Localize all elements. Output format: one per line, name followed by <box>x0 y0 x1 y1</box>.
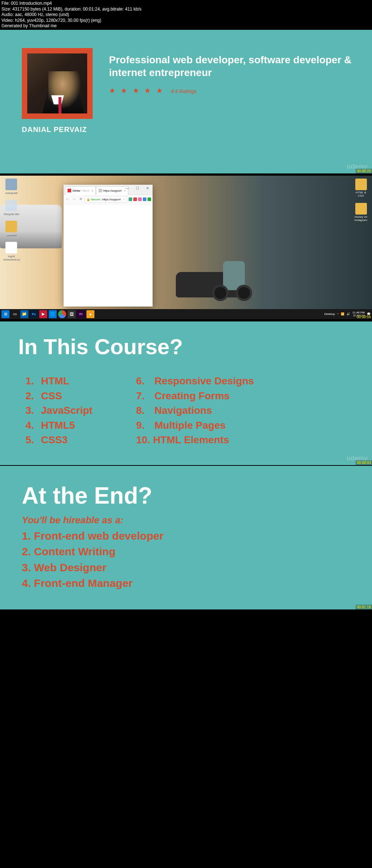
instructor-name: DANIAL PERVAIZ <box>22 125 350 134</box>
list-item: 4. Front-end Manager <box>22 575 350 591</box>
list-item: 3. JavaScript <box>25 403 92 418</box>
browser-toolbar: ← → ✕ 🔒 Secure | https://support ☆ <box>64 195 153 204</box>
taskbar-app[interactable]: ▶ <box>39 310 47 318</box>
reload-button[interactable]: ✕ <box>78 197 83 202</box>
browser-tab-1[interactable]: Stellar TML5 × <box>65 186 96 195</box>
rating-text: 4.9 Ratings <box>171 88 197 94</box>
video-metadata: File: 001 Introduction.mp4 Size: 4317150… <box>0 0 372 30</box>
favicon-icon <box>98 189 102 192</box>
volume-icon[interactable]: 🔊 <box>347 312 350 316</box>
tray-chevron-icon[interactable]: ^ <box>337 312 339 316</box>
url-text: https://support <box>102 198 121 201</box>
taskbar-app[interactable]: 📁 <box>20 310 28 318</box>
minimize-button[interactable]: — <box>122 185 132 192</box>
list-item: 6. Responsive Designs <box>136 374 254 389</box>
extension-icon[interactable] <box>138 197 142 201</box>
close-button[interactable]: ✕ <box>142 185 153 192</box>
desktop-icon-app[interactable]: raphi mohamed.ss <box>3 242 19 261</box>
meta-video: Video: h264, yuv420p, 1280x720, 30.00 fp… <box>1 18 371 24</box>
list-item: 5. CSS3 <box>25 433 92 448</box>
desktop-icon-folder[interactable]: HTML & CSS <box>353 179 369 197</box>
taskbar-chrome[interactable] <box>58 310 66 318</box>
list-item: 7. Creating Forms <box>136 389 254 404</box>
lock-icon: 🔒 <box>86 198 90 201</box>
extension-icons <box>129 197 151 201</box>
list-item: 9. Multiple Pages <box>136 418 254 433</box>
list-item: 2. CSS <box>25 389 92 404</box>
forward-button[interactable]: → <box>72 197 77 202</box>
taskbar-app[interactable]: 🖼 <box>68 310 76 318</box>
star-icon: ★ <box>121 87 127 95</box>
list-item: 8. Navigations <box>136 403 254 418</box>
meta-audio: Audio: aac, 48000 Hz, stereo (und) <box>1 12 371 18</box>
start-button[interactable]: ⊞ <box>1 310 9 318</box>
instructor-headline: Professional web developer, software dev… <box>109 53 372 79</box>
task-view-button[interactable]: ▭ <box>11 310 19 318</box>
panel-subtitle: You'll be hireable as a: <box>22 515 350 526</box>
maximize-button[interactable]: ☐ <box>132 185 142 192</box>
list-item: 3. Web Designer <box>22 560 350 576</box>
window-controls: — ☐ ✕ <box>122 185 153 192</box>
url-bar[interactable]: 🔒 Secure | https://support ☆ <box>85 196 127 203</box>
desktop-icons-left: computer Recycle Bin random raphi mohame… <box>3 179 19 266</box>
extension-icon[interactable] <box>147 197 151 201</box>
rating-stars: ★ ★ ★ ★ ★ 4.9 Ratings <box>109 86 372 95</box>
instructor-panel: DANIAL PERVAIZ Professional web develope… <box>0 30 372 173</box>
extension-icon[interactable] <box>143 197 146 201</box>
tab-close-icon[interactable]: × <box>92 189 93 192</box>
outcomes-panel: At the End? You'll be hireable as a: 1. … <box>0 466 372 609</box>
panel-title: At the End? <box>22 482 350 509</box>
star-icon: ★ <box>109 87 116 95</box>
list-item: 2. Content Writing <box>22 544 350 560</box>
list-item: 1. HTML <box>25 374 92 389</box>
meta-file: File: 001 Introduction.mp4 <box>1 1 371 7</box>
desktop-icon-folder[interactable]: random <box>3 221 19 236</box>
taskbar-app[interactable]: Pr <box>77 310 85 318</box>
instructor-photo <box>27 53 87 113</box>
taskbar-app[interactable]: Ps <box>30 310 38 318</box>
panel-title: In This Course? <box>18 334 354 359</box>
outcomes-list: 1. Front-end web developer 2. Content Wr… <box>22 528 350 591</box>
desktop-peek-label[interactable]: Desktop <box>324 312 335 316</box>
desktop-icons-right: HTML & CSS money on instagram <box>353 179 369 227</box>
list-item: 4. HTML5 <box>25 418 92 433</box>
taskbar-app[interactable]: ● <box>86 310 94 318</box>
taskbar-app[interactable]: 🌐 <box>49 310 57 318</box>
browser-titlebar[interactable]: Stellar TML5 × https://support × — ☐ ✕ <box>64 185 153 195</box>
desktop-icon-recycle-bin[interactable]: Recycle Bin <box>3 200 19 215</box>
star-icon[interactable]: ☆ <box>123 198 125 201</box>
desktop-icon-folder[interactable]: money on instagram <box>353 203 369 222</box>
course-contents-panel: In This Course? 1. HTML 2. CSS 3. JavaSc… <box>0 321 372 465</box>
extension-icon[interactable] <box>129 197 132 201</box>
meta-generator: Generated by Thumbnail me <box>1 23 371 29</box>
extension-icon[interactable] <box>133 197 137 201</box>
frame-timestamp: 00:00:20 <box>356 169 372 173</box>
desktop-icon-computer[interactable]: computer <box>3 179 19 194</box>
taskbar[interactable]: ⊞ ▭ 📁 Ps ▶ 🌐 🖼 Pr ● Desktop ^ 📶 🔊 11:48 … <box>0 309 372 319</box>
list-item: 10. HTML Elements <box>136 433 254 448</box>
wifi-icon[interactable]: 📶 <box>341 312 344 316</box>
list-item: 1. Front-end web developer <box>22 528 350 544</box>
favicon-icon <box>68 189 71 192</box>
course-list-right: 6. Responsive Designs 7. Creating Forms … <box>136 374 254 448</box>
frame-timestamp: 00:00:03 <box>356 460 372 465</box>
desktop-screenshot-panel: computer Recycle Bin random raphi mohame… <box>0 176 372 319</box>
course-list-left: 1. HTML 2. CSS 3. JavaScript 4. HTML5 5.… <box>25 374 92 448</box>
star-icon: ★ <box>144 87 151 95</box>
secure-label: Secure <box>91 198 100 201</box>
back-button[interactable]: ← <box>65 197 70 202</box>
meta-size: Size: 4317150 bytes (4.12 MiB), duration… <box>1 7 371 12</box>
frame-timestamp: 00:01:18 <box>356 605 372 609</box>
scooter-graphic <box>212 250 256 301</box>
star-icon: ★ <box>133 87 139 95</box>
browser-viewport[interactable] <box>64 204 153 306</box>
browser-window[interactable]: Stellar TML5 × https://support × — ☐ ✕ ←… <box>64 185 153 307</box>
frame-timestamp: 00:00:55 <box>356 315 372 319</box>
instructor-photo-frame <box>22 48 93 119</box>
star-icon: ★ <box>156 87 163 95</box>
